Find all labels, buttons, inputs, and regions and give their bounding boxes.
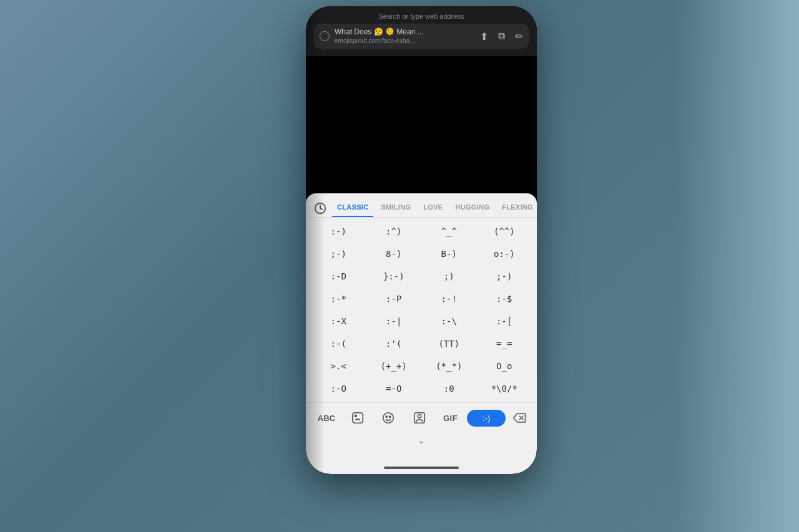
list-item[interactable]: ;-) [311,243,366,265]
url-text: What Does 😮‍💨 🫠 Mean ... emojisprout.com… [335,27,475,45]
list-item[interactable]: =-O [366,377,422,400]
tab-smiling[interactable]: SMILING [376,200,416,217]
list-item[interactable]: =_= [477,332,532,355]
svg-point-3 [383,413,394,423]
phone-device: Search or type web address What Does 😮‍💨… [306,6,537,474]
url-bar[interactable]: What Does 😮‍💨 🫠 Mean ... emojisprout.com… [313,24,529,49]
tab-classic[interactable]: CLASSIC [332,200,373,217]
phone-screen: Search or type web address What Does 😮‍💨… [306,6,537,474]
tab-love[interactable]: LOVE [418,200,448,217]
list-item[interactable]: }:-) [366,265,422,288]
list-item[interactable]: O_o [477,355,532,377]
list-item[interactable]: :-\ [421,310,477,332]
list-item[interactable]: :-X [311,310,366,332]
backspace-button[interactable] [508,407,531,429]
list-item[interactable]: >.< [311,355,366,377]
list-item[interactable]: *\0/* [477,377,532,400]
edit-icon[interactable]: ✏ [515,31,523,42]
gif-label: GIF [443,414,458,423]
chevron-down-icon[interactable]: ⌄ [418,435,425,445]
tab-flexing[interactable]: FLEXING [497,200,537,217]
background-right-panel [674,0,799,532]
list-item[interactable]: :-O [311,377,366,400]
clock-icon [313,201,327,215]
list-item[interactable]: (^^) [477,220,532,243]
list-item[interactable]: :-! [421,288,477,310]
emoji-button[interactable] [374,407,403,428]
list-item[interactable]: (*_*) [421,355,477,377]
emoticon-tab-bar: CLASSIC SMILING LOVE HUGGING FLEXING [306,193,537,218]
emoticon-active-button[interactable]: :-) [467,410,506,427]
list-item[interactable]: :'( [366,332,422,355]
list-item[interactable]: :-* [311,288,366,310]
share-icon[interactable]: ⬆ [480,31,488,42]
svg-rect-1 [352,413,363,423]
keyboard-panel: CLASSIC SMILING LOVE HUGGING FLEXING :-)… [306,193,537,474]
bitmoji-icon [413,411,426,425]
list-item[interactable]: o:-) [477,243,532,265]
list-item[interactable]: ;-) [477,265,532,288]
svg-point-2 [355,415,356,417]
globe-icon [320,31,330,41]
list-item[interactable]: :-) [311,220,366,243]
list-item[interactable]: :^) [366,220,422,243]
list-item[interactable]: B-) [421,243,477,265]
copy-icon[interactable]: ⧉ [498,31,505,42]
list-item[interactable]: (+_+) [366,355,422,377]
bitmoji-button[interactable] [405,407,434,428]
list-item[interactable]: :-( [311,332,366,355]
list-item[interactable]: :-$ [477,288,532,310]
svg-point-5 [390,416,391,417]
keyboard-bottom-toolbar: ABC [306,402,537,433]
svg-point-7 [418,415,421,418]
list-item[interactable]: :-P [366,288,422,310]
search-hint: Search or type web address [313,12,529,20]
recent-icon-container[interactable] [313,200,327,217]
list-item[interactable]: 8-) [366,243,422,265]
page-title: What Does 😮‍💨 🫠 Mean ... [335,27,424,36]
list-item[interactable]: :0 [421,377,477,400]
url-domain: emojisprout.com/face-exha... [335,37,414,44]
stickers-button[interactable] [343,407,372,428]
list-item[interactable]: :-D [311,265,366,288]
svg-point-4 [386,416,387,417]
emoji-icon [381,411,395,425]
chevron-row: ⌄ [306,433,537,447]
list-item[interactable]: (TT) [421,332,477,355]
backspace-icon [512,412,526,423]
list-item[interactable]: ;) [421,265,477,288]
tab-hugging[interactable]: HUGGING [450,200,494,217]
home-indicator [384,467,459,469]
abc-button[interactable]: ABC [312,410,341,427]
gif-button[interactable]: GIF [436,410,465,427]
emoticons-grid: :-) :^) ^_^ (^^) ;-) 8-) B-) o:-) :-D }:… [306,218,537,402]
sticker-icon [351,411,365,425]
web-content-area [306,56,537,193]
browser-action-icons: ⬆ ⧉ ✏ [480,31,523,42]
list-item[interactable]: :-| [366,310,422,332]
list-item[interactable]: ^_^ [421,220,477,243]
list-item[interactable]: :-[ [477,310,532,332]
browser-bar: Search or type web address What Does 😮‍💨… [306,6,537,56]
